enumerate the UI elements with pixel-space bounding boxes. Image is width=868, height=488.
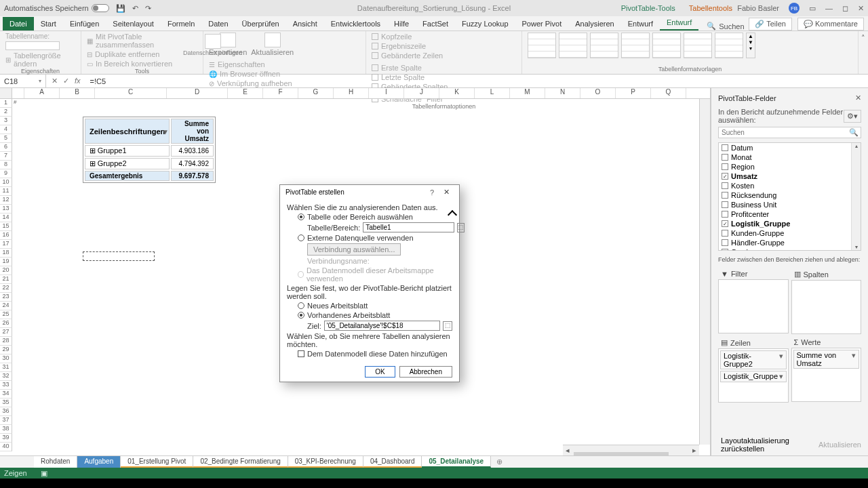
- row-header[interactable]: 24: [0, 302, 12, 310]
- autosave-toggle[interactable]: Automatisches Speichern: [4, 4, 109, 12]
- unlink-cmd[interactable]: ⊘ Verknüpfung aufheben: [209, 79, 292, 87]
- summarize-pivot[interactable]: ▦ Mit PivotTable zusammenfassen: [87, 33, 197, 49]
- row-header[interactable]: 31: [0, 363, 12, 372]
- row-header[interactable]: 37: [0, 416, 12, 425]
- row-header[interactable]: 13: [0, 205, 12, 214]
- sheet-tab[interactable]: 04_Dashboard: [363, 456, 422, 468]
- expand-icon[interactable]: ⊞: [90, 146, 96, 155]
- refresh-icon[interactable]: [264, 33, 281, 47]
- scroll-left-icon[interactable]: ◂: [563, 446, 572, 455]
- row-header[interactable]: 3: [0, 117, 12, 125]
- value-item[interactable]: Summe von Umsatz▾: [793, 350, 860, 369]
- target-picker-icon[interactable]: ⬚: [443, 321, 452, 331]
- style-swatch[interactable]: [528, 33, 556, 58]
- col-q[interactable]: Q: [651, 88, 686, 98]
- sheet-tab[interactable]: 02_Bedingte Formatierung: [193, 456, 288, 468]
- checkbox[interactable]: [722, 239, 728, 246]
- field-item[interactable]: Business Unit: [719, 200, 861, 209]
- browser-cmd[interactable]: 🌐 Im Browser öffnen: [209, 70, 292, 78]
- col-e[interactable]: E: [228, 88, 263, 98]
- cancel-formula-icon[interactable]: ✕: [52, 77, 58, 85]
- field-item[interactable]: Rücksendung: [719, 190, 861, 200]
- search[interactable]: 🔍Suchen: [707, 22, 744, 30]
- tab-formulas[interactable]: Formeln: [161, 17, 201, 30]
- checkbox[interactable]: [722, 201, 728, 208]
- row-header[interactable]: 29: [0, 346, 12, 354]
- opt-first[interactable]: Erste Spalte: [372, 64, 448, 72]
- row-header[interactable]: 35: [0, 399, 12, 407]
- field-item[interactable]: Monat: [719, 152, 861, 162]
- field-item[interactable]: Region: [719, 162, 861, 171]
- tab-design-table[interactable]: Entwurf: [660, 16, 698, 30]
- comments-button[interactable]: 💬 Kommentare: [797, 18, 864, 30]
- tab-view[interactable]: Ansicht: [286, 17, 324, 30]
- field-item[interactable]: Händler-Gruppe: [719, 238, 861, 247]
- row-header[interactable]: 2: [0, 108, 12, 117]
- tab-help[interactable]: Hilfe: [387, 17, 416, 30]
- col-n[interactable]: N: [545, 88, 580, 98]
- chevron-down-icon[interactable]: ▾: [779, 352, 783, 368]
- close-icon[interactable]: ✕: [858, 4, 864, 13]
- tablename-input[interactable]: [5, 41, 60, 50]
- convert-range[interactable]: ▭ In Bereich konvertieren: [87, 60, 172, 68]
- zone-columns[interactable]: ▥Spalten: [790, 267, 863, 336]
- radio-table-range[interactable]: Tabelle oder Bereich auswählen: [287, 213, 452, 221]
- slicer-icon[interactable]: [205, 34, 221, 49]
- field-list[interactable]: DatumMonatRegionUmsatzKostenRücksendungB…: [718, 142, 861, 251]
- col-k[interactable]: K: [439, 88, 475, 98]
- col-c[interactable]: C: [95, 88, 167, 98]
- row-header[interactable]: 10: [0, 178, 12, 187]
- resize-table[interactable]: ⊞ Tabellengröße ändern: [5, 52, 75, 68]
- row-header[interactable]: 39: [0, 434, 12, 443]
- row-header[interactable]: 7: [0, 152, 12, 161]
- row-header[interactable]: 11: [0, 187, 12, 196]
- record-macro-icon[interactable]: ▣: [41, 469, 47, 478]
- row-header[interactable]: 30: [0, 354, 12, 363]
- row-header[interactable]: 14: [0, 214, 12, 222]
- style-swatch[interactable]: [621, 33, 650, 58]
- share-button[interactable]: 🔗 Teilen: [749, 18, 792, 30]
- remove-dupes[interactable]: ⊟ Duplikate entfernen: [87, 50, 159, 58]
- col-l[interactable]: L: [475, 88, 510, 98]
- ribbon-options-icon[interactable]: ▭: [809, 4, 816, 13]
- sheet-tab[interactable]: 01_Erstellung Pivot: [121, 456, 193, 468]
- fieldlist-scrollbar[interactable]: ▴▾: [851, 143, 861, 250]
- style-swatch[interactable]: [590, 33, 618, 58]
- sheet-tab[interactable]: Rohdaten: [34, 456, 77, 468]
- field-item[interactable]: Kunden-Gruppe: [719, 228, 861, 238]
- checkbox[interactable]: [722, 220, 728, 227]
- minimize-icon[interactable]: —: [825, 4, 833, 12]
- tab-analyze[interactable]: Analysieren: [568, 17, 620, 30]
- row-header[interactable]: 20: [0, 266, 12, 275]
- col-p[interactable]: P: [616, 88, 651, 98]
- tab-dev[interactable]: Entwicklertools: [324, 17, 387, 30]
- chevron-down-icon[interactable]: ▾: [852, 351, 856, 367]
- fx-icon[interactable]: fx: [75, 77, 81, 85]
- col-o[interactable]: O: [580, 88, 616, 98]
- col-h[interactable]: H: [334, 88, 369, 98]
- row-header[interactable]: 17: [0, 240, 12, 249]
- field-search[interactable]: 🔍: [718, 127, 861, 138]
- row-header[interactable]: 25: [0, 310, 12, 319]
- checkbox[interactable]: [722, 154, 728, 161]
- row-header[interactable]: 4: [0, 125, 12, 134]
- row-header[interactable]: 23: [0, 293, 12, 302]
- redo-icon[interactable]: ↷: [145, 4, 151, 13]
- col-d[interactable]: D: [167, 88, 228, 98]
- opt-banded[interactable]: Gebänderte Zeilen: [372, 52, 443, 60]
- row-header[interactable]: 19: [0, 258, 12, 266]
- tab-design-pivot[interactable]: Entwurf: [621, 17, 660, 30]
- checkbox[interactable]: [722, 249, 728, 251]
- tab-start[interactable]: Start: [34, 17, 63, 30]
- row-header[interactable]: 9: [0, 169, 12, 178]
- col-j[interactable]: J: [404, 88, 439, 98]
- range-picker-icon[interactable]: ⬚: [457, 223, 465, 232]
- checkbox[interactable]: [722, 192, 728, 199]
- zone-rows[interactable]: ▤Zeilen Logistik-Gruppe2▾ Logistik_Grupp…: [717, 336, 790, 404]
- sheet-tab[interactable]: Aufgaben: [77, 456, 121, 468]
- row-item[interactable]: Logistik-Gruppe2▾: [720, 350, 787, 369]
- chevron-down-icon[interactable]: ▾: [779, 372, 783, 381]
- avatar[interactable]: FB: [789, 3, 800, 14]
- row-header[interactable]: 36: [0, 407, 12, 416]
- field-item[interactable]: Logistik_Gruppe: [719, 219, 861, 228]
